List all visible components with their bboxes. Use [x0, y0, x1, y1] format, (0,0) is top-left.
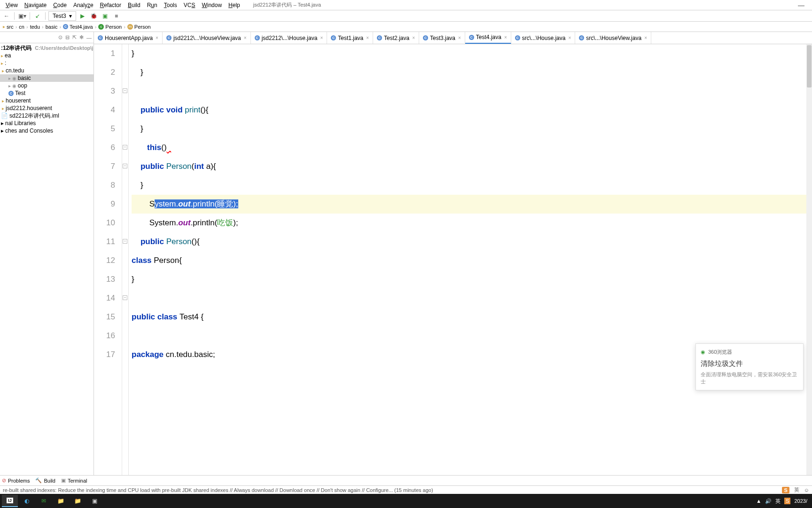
tree-node[interactable]: ▸ea	[0, 52, 94, 59]
code-line[interactable]: public void print(){	[132, 101, 812, 119]
code-line[interactable]: }	[132, 63, 812, 82]
select-open-icon[interactable]: ⊙	[58, 34, 62, 40]
file-tab[interactable]: CTest2.java×	[373, 32, 419, 44]
tray-ime[interactable]: S	[784, 498, 790, 504]
close-icon[interactable]: ×	[366, 35, 369, 40]
menu-build[interactable]: Build	[125, 1, 143, 9]
crumb-class[interactable]: cPerson	[98, 24, 122, 30]
tray-lang[interactable]: 英	[775, 498, 781, 505]
project-tree[interactable]: :12串讲代码 C:\Users\tedu\Desktop\jsd221 ▸ea…	[0, 43, 94, 475]
file-tab[interactable]: Cjsd2212\...\House.java×	[251, 32, 328, 44]
crumb-file[interactable]: CTest4.java	[63, 24, 93, 30]
tree-node[interactable]: 📄sd2212串讲代码.iml	[0, 112, 94, 119]
notification-popup[interactable]: ◉ 360浏览器 清除垃圾文件 全面清理释放电脑空间，需安装360安全卫士	[695, 343, 804, 390]
vertical-scrollbar[interactable]	[806, 44, 812, 475]
file-tab[interactable]: Csrc\...\HouseView.java×	[575, 32, 651, 44]
code-line[interactable]: System.out.println(睡觉);	[132, 195, 812, 214]
emoji-icon[interactable]: ☺	[804, 487, 809, 493]
menu-analyze[interactable]: Analyze	[70, 1, 96, 9]
run-icon[interactable]: ▶	[78, 11, 87, 21]
taskbar-app-2[interactable]: ◐	[19, 495, 35, 507]
back-icon[interactable]: ←	[2, 11, 11, 21]
tree-node[interactable]: ▸ ◉basic	[0, 74, 94, 82]
file-tab[interactable]: Cjsd2212\...\HouseView.java×	[163, 32, 251, 44]
tray-icon[interactable]: 🔊	[765, 498, 772, 504]
close-icon[interactable]: ×	[644, 35, 647, 40]
menu-code[interactable]: Code	[50, 1, 70, 9]
hide-icon[interactable]: —	[86, 35, 92, 40]
close-icon[interactable]: ×	[504, 35, 507, 40]
crumb-cn[interactable]: cn	[19, 24, 24, 30]
tree-root[interactable]: :12串讲代码 C:\Users\tedu\Desktop\jsd221	[0, 44, 94, 52]
tree-node[interactable]: ▸ ◉oop	[0, 82, 94, 89]
taskbar-wechat[interactable]: ✉	[36, 495, 52, 507]
ime-indicator[interactable]: S	[782, 487, 789, 493]
close-icon[interactable]: ×	[156, 35, 158, 40]
fold-icon[interactable]: −	[123, 145, 127, 150]
menu-refactor[interactable]: Refactor	[97, 1, 124, 9]
menu-navigate[interactable]: Navigate	[22, 1, 49, 9]
crumb-basic[interactable]: basic	[46, 24, 58, 30]
tree-node[interactable]: ▸houserent	[0, 97, 94, 104]
fold-icon[interactable]: −	[123, 295, 127, 300]
status-message[interactable]: re-built shared indexes: Reduce the inde…	[3, 487, 433, 493]
taskbar-explorer[interactable]: 📁	[53, 495, 69, 507]
fold-icon[interactable]: −	[123, 88, 127, 93]
fold-icon[interactable]: −	[123, 164, 127, 168]
tree-node[interactable]: ▸jsd2212.houserent	[0, 104, 94, 112]
code-editor[interactable]: 1234567891011121314151617 −−−−− } } publ…	[94, 44, 812, 475]
code-line[interactable]	[132, 82, 812, 101]
tree-node[interactable]: ▸nal Libraries	[0, 119, 94, 127]
file-tab[interactable]: CTest3.java×	[419, 32, 465, 44]
tree-node[interactable]: ▸:	[0, 59, 94, 67]
tab-problems[interactable]: ⊘ Problems	[2, 477, 30, 484]
menu-help[interactable]: Help	[226, 1, 243, 9]
menu-tools[interactable]: Tools	[161, 1, 180, 9]
code-line[interactable]: class Person{	[132, 251, 812, 270]
taskbar-intellij[interactable]: IJ	[2, 495, 18, 507]
tab-build[interactable]: 🔨 Build	[35, 477, 55, 484]
file-tab[interactable]: Csrc\...\House.java×	[511, 32, 576, 44]
stop-icon[interactable]: ■	[112, 11, 121, 21]
code-area[interactable]: } } public void print(){ } this() public…	[129, 44, 812, 475]
debug-icon[interactable]: 🐞	[89, 11, 99, 21]
code-line[interactable]: this()	[132, 138, 812, 157]
settings-icon[interactable]: ✻	[79, 34, 84, 40]
code-line[interactable]	[132, 289, 812, 308]
tray-icon[interactable]: ▲	[756, 498, 761, 504]
crumb-src[interactable]: ▸src	[3, 24, 14, 30]
code-line[interactable]: public class Test4 {	[132, 308, 812, 326]
file-tab[interactable]: CTest4.java×	[465, 32, 511, 44]
menu-view[interactable]: View	[3, 1, 21, 9]
code-line[interactable]: }	[132, 270, 812, 289]
collapse-icon[interactable]: ⇱	[72, 34, 77, 40]
close-icon[interactable]: ×	[320, 35, 323, 40]
crumb-tedu[interactable]: tedu	[30, 24, 40, 30]
add-config-icon[interactable]: ▣▾	[17, 11, 27, 21]
file-tab[interactable]: CTest1.java×	[327, 32, 373, 44]
menu-window[interactable]: Window	[199, 1, 225, 9]
taskbar-tray[interactable]: ▲ 🔊 英 S 2023/	[756, 498, 810, 505]
close-icon[interactable]: ×	[458, 35, 461, 40]
tree-node[interactable]: ▸cn.tedu	[0, 67, 94, 74]
close-icon[interactable]: ×	[244, 35, 247, 40]
code-line[interactable]: public Person(){	[132, 232, 812, 251]
expand-icon[interactable]: ⊟	[65, 34, 70, 40]
code-line[interactable]: System.out.println(吃饭);	[132, 214, 812, 232]
code-line[interactable]: }	[132, 44, 812, 63]
close-icon[interactable]: ×	[412, 35, 415, 40]
menu-vcs[interactable]: VCS	[181, 1, 198, 9]
file-tab[interactable]: CHouserentApp.java×	[94, 32, 163, 44]
sync-icon[interactable]: ↙	[33, 11, 42, 21]
code-line[interactable]: }	[132, 119, 812, 138]
tree-node[interactable]: CTest	[0, 89, 94, 97]
taskbar-folder[interactable]: 📁	[70, 495, 86, 507]
tab-terminal[interactable]: ▣ Terminal	[61, 477, 87, 484]
close-icon[interactable]: ×	[568, 35, 571, 40]
menu-run[interactable]: Run	[144, 1, 160, 9]
coverage-icon[interactable]: ▣	[101, 11, 110, 21]
code-line[interactable]: public Person(int a){	[132, 157, 812, 176]
lang-indicator[interactable]: 英	[794, 486, 799, 493]
minimize-icon[interactable]: —	[793, 1, 809, 9]
fold-icon[interactable]: −	[123, 239, 127, 244]
